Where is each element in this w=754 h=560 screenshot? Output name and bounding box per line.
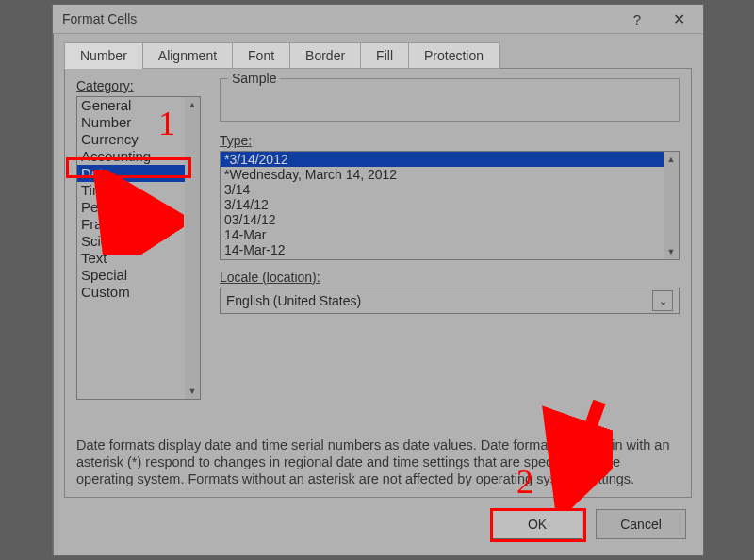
type-item-6[interactable]: 14-Mar-12: [221, 242, 664, 257]
sample-label: Sample: [228, 71, 280, 86]
category-scrollbar[interactable]: [185, 97, 200, 399]
category-item-percentage[interactable]: Percentage: [77, 199, 185, 216]
locale-value: English (United States): [226, 293, 361, 308]
locale-label: Locale (location):: [220, 270, 680, 285]
tab-alignment[interactable]: Alignment: [142, 42, 233, 69]
locale-dropdown[interactable]: English (United States) ⌄: [220, 288, 680, 314]
category-item-number[interactable]: Number: [77, 114, 185, 131]
category-item-general[interactable]: General: [77, 97, 185, 114]
tab-fill[interactable]: Fill: [360, 42, 409, 69]
sample-group: Sample: [220, 78, 680, 122]
titlebar: Format Cells ? ✕: [53, 5, 703, 34]
dialog-title: Format Cells: [62, 11, 616, 26]
category-item-time[interactable]: Time: [77, 182, 185, 199]
close-button[interactable]: ✕: [658, 6, 699, 32]
category-listbox[interactable]: General Number Currency Accounting Date …: [76, 96, 201, 400]
ok-button[interactable]: OK: [492, 509, 582, 539]
tab-number[interactable]: Number: [64, 42, 143, 69]
type-item-4[interactable]: 03/14/12: [221, 212, 664, 227]
tab-font[interactable]: Font: [232, 42, 290, 69]
type-scrollbar[interactable]: [664, 152, 679, 259]
category-item-custom[interactable]: Custom: [77, 284, 185, 301]
category-item-currency[interactable]: Currency: [77, 131, 185, 148]
format-cells-dialog: Format Cells ? ✕ Number Alignment Font B…: [52, 4, 704, 556]
category-item-date[interactable]: Date: [77, 165, 185, 182]
format-description: Date formats display date and time seria…: [76, 436, 680, 487]
category-item-special[interactable]: Special: [77, 267, 185, 284]
dialog-button-row: OK Cancel: [64, 509, 692, 539]
category-item-accounting[interactable]: Accounting: [77, 148, 185, 165]
category-item-text[interactable]: Text: [77, 250, 185, 267]
type-item-2[interactable]: 3/14: [221, 182, 664, 197]
type-item-0[interactable]: *3/14/2012: [221, 152, 664, 167]
category-item-fraction[interactable]: Fraction: [77, 216, 185, 233]
cancel-button[interactable]: Cancel: [596, 509, 686, 539]
type-label: Type:: [220, 133, 680, 148]
tab-protection[interactable]: Protection: [408, 42, 500, 69]
category-label: Category:: [76, 78, 201, 93]
tab-border[interactable]: Border: [289, 42, 361, 69]
help-button[interactable]: ?: [616, 6, 658, 32]
type-listbox[interactable]: *3/14/2012 *Wednesday, March 14, 2012 3/…: [220, 151, 680, 260]
type-item-5[interactable]: 14-Mar: [221, 227, 664, 242]
chevron-down-icon: ⌄: [652, 290, 673, 311]
tab-panel-number: Category: General Number Currency Accoun…: [64, 68, 692, 498]
category-item-scientific[interactable]: Scientific: [77, 233, 185, 250]
type-item-3[interactable]: 3/14/12: [221, 197, 664, 212]
type-item-1[interactable]: *Wednesday, March 14, 2012: [221, 167, 664, 182]
tab-strip: Number Alignment Font Border Fill Protec…: [64, 42, 692, 69]
dialog-client: Number Alignment Font Border Fill Protec…: [64, 35, 692, 544]
